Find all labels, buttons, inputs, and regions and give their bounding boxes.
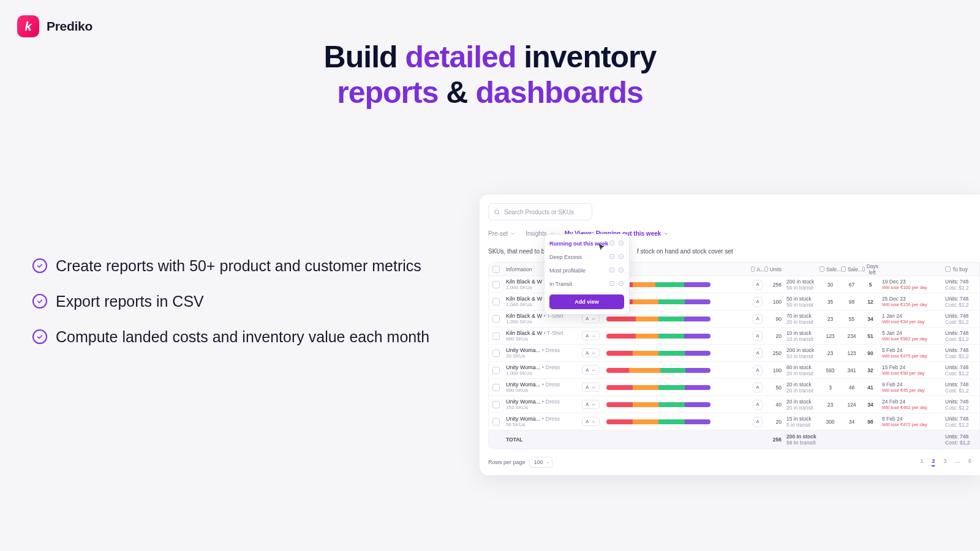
dropdown-item[interactable]: Deep Excess: [545, 250, 629, 264]
edit-icon[interactable]: [609, 253, 615, 261]
row-checkbox[interactable]: [492, 315, 500, 323]
row-checkbox[interactable]: [492, 281, 500, 288]
feature-bullet: Export reports in CSV: [32, 291, 437, 312]
abc-badge: A: [753, 280, 763, 290]
dropdown-item[interactable]: Running out this week: [545, 237, 629, 250]
edit-icon[interactable]: [609, 240, 615, 247]
check-icon: [32, 329, 47, 344]
stock-bar: [606, 385, 710, 390]
stock-bar: [606, 334, 710, 339]
row-checkbox[interactable]: [492, 332, 500, 340]
units-cell: 50: [764, 384, 784, 391]
sale1-cell: 593: [820, 367, 841, 373]
units-cell: 100: [764, 299, 784, 305]
abc-badge: A: [753, 365, 763, 375]
col-abc[interactable]: A...: [751, 266, 764, 272]
col-units[interactable]: Units: [764, 266, 784, 272]
product-name[interactable]: Unity Woma... • Dress: [506, 381, 582, 388]
category-pill[interactable]: A: [582, 400, 600, 409]
product-name[interactable]: Unity Woma... • Dress: [506, 347, 582, 353]
myviews-dropdown: Running out this weekDeep ExcessMost pro…: [544, 234, 630, 315]
page-link[interactable]: 1: [920, 458, 923, 467]
category-pill[interactable]: A: [582, 348, 600, 358]
svg-line-1: [498, 213, 499, 214]
chevron-down-icon: [663, 231, 669, 236]
stock-bar: [606, 351, 710, 356]
category-pill[interactable]: A: [582, 417, 600, 426]
remove-icon[interactable]: [618, 280, 624, 288]
row-checkbox[interactable]: [492, 401, 500, 408]
table-footer: Rows per page 100 123...6: [488, 457, 980, 468]
logo-text: Prediko: [47, 19, 92, 34]
edit-icon[interactable]: [609, 280, 615, 288]
row-checkbox[interactable]: [492, 384, 500, 391]
remove-icon[interactable]: [618, 267, 624, 274]
search-icon: [494, 209, 500, 216]
feature-bullets: Create reports with 50+ product and cust…: [32, 256, 437, 362]
feature-bullet: Create reports with 50+ product and cust…: [32, 256, 437, 277]
sale2-cell: 341: [841, 367, 862, 373]
stock-bar: [606, 419, 710, 424]
col-buy[interactable]: To buy: [943, 266, 979, 272]
remove-icon[interactable]: [618, 253, 624, 261]
col-sale1[interactable]: Sale...: [820, 266, 841, 272]
units-cell: 250: [764, 350, 784, 356]
chevron-down-icon: [546, 460, 550, 465]
dropdown-item[interactable]: Most profitable: [545, 264, 629, 277]
remove-icon[interactable]: [618, 240, 624, 247]
row-checkbox[interactable]: [492, 298, 500, 305]
days-cell: 90: [862, 350, 878, 356]
dropdown-item[interactable]: In Transit: [545, 277, 629, 291]
logo-mark: k: [17, 15, 39, 37]
units-cell: 20: [764, 333, 784, 339]
page-link[interactable]: 2: [932, 458, 935, 467]
search-input[interactable]: Search Products or SKUs: [488, 203, 592, 220]
sale1-cell: 30: [820, 282, 841, 288]
units-cell: 40: [764, 402, 784, 408]
sale2-cell: 48: [841, 384, 862, 391]
units-cell: 256: [764, 282, 784, 288]
sale2-cell: 123: [841, 350, 862, 356]
product-name[interactable]: Unity Woma... • Dress: [506, 364, 582, 370]
row-checkbox[interactable]: [492, 350, 500, 357]
bullet-text: Export reports in CSV: [56, 291, 204, 312]
check-icon: [32, 258, 47, 273]
table-row: Unity Woma... • Dress900 SKUs A A 50 20 …: [489, 379, 979, 396]
category-pill[interactable]: A: [582, 383, 600, 392]
table-row: Unity Woma... • Dress153 SKUs A A 40 20 …: [489, 396, 979, 413]
sale1-cell: 123: [820, 333, 841, 339]
stock-bar: [606, 368, 710, 373]
stock-bar: [606, 317, 710, 321]
product-name[interactable]: Kiln Black & W • T-Shirt: [506, 330, 582, 336]
sale1-cell: 23: [820, 350, 841, 356]
page-link[interactable]: ...: [955, 458, 960, 467]
sale2-cell: 67: [841, 282, 862, 288]
sale2-cell: 34: [841, 419, 862, 425]
sale1-cell: 23: [820, 316, 841, 322]
days-cell: 32: [862, 367, 878, 373]
total-row: TOTAL 256 200 In stock56 In transit Unit…: [489, 430, 979, 449]
days-cell: 5: [862, 282, 878, 288]
sale1-cell: 35: [820, 299, 841, 305]
row-checkbox[interactable]: [492, 418, 500, 425]
brand-logo: k Prediko: [17, 15, 92, 37]
page-link[interactable]: 3: [943, 458, 946, 467]
edit-icon[interactable]: [609, 267, 615, 274]
select-all-checkbox[interactable]: [492, 266, 500, 273]
add-view-button[interactable]: Add view: [549, 294, 624, 309]
row-checkbox[interactable]: [492, 367, 500, 374]
tab-preset[interactable]: Pre-set: [488, 230, 516, 237]
sale1-cell: 300: [820, 419, 841, 425]
category-pill[interactable]: A: [582, 365, 600, 375]
product-name[interactable]: Unity Woma... • Dress: [506, 416, 582, 422]
page-link[interactable]: 6: [968, 458, 971, 467]
category-pill[interactable]: A: [582, 314, 600, 323]
category-pill[interactable]: A: [582, 331, 600, 340]
col-days[interactable]: Days left: [862, 263, 878, 276]
rows-per-page-select[interactable]: 100: [529, 457, 552, 468]
col-sale2[interactable]: Sale...: [841, 266, 862, 272]
abc-badge: A: [753, 400, 763, 410]
product-name[interactable]: Unity Woma... • Dress: [506, 399, 582, 405]
days-cell: 41: [862, 384, 878, 391]
app-screenshot: Search Products or SKUs Pre-set Insights…: [480, 195, 980, 475]
